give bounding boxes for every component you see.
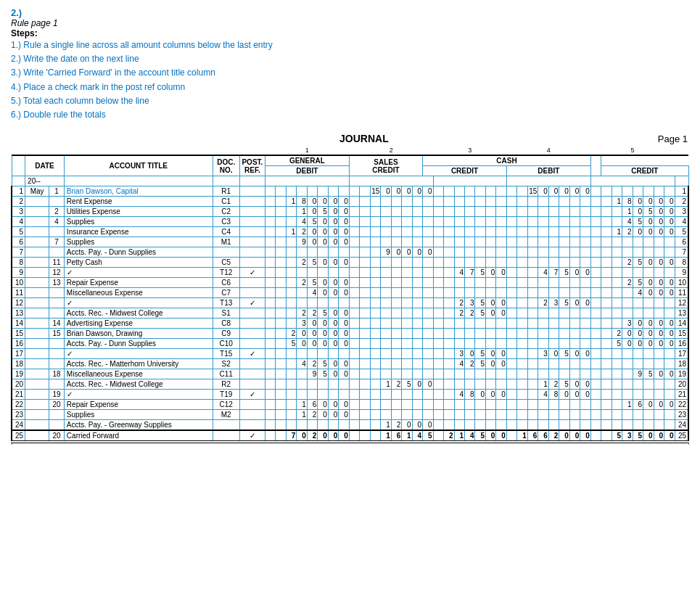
sal-credit-digit — [496, 400, 506, 410]
cash-credit-digit — [622, 410, 633, 420]
row-account: ✓ — [64, 349, 213, 359]
row-doc: C8 — [213, 319, 239, 329]
gen-credit-digit — [423, 359, 433, 369]
gen-credit-digit — [360, 390, 370, 400]
cash-debit-digit — [517, 400, 527, 410]
row-doc: S2 — [213, 359, 239, 369]
cash-debit-digit — [580, 258, 590, 268]
cash-debit-digit — [569, 288, 580, 298]
cash-debit-digit — [517, 197, 527, 207]
row-day: 13 — [49, 278, 65, 288]
table-row: 912✓T12✓47500475009 — [12, 268, 688, 278]
cash-credit-digit — [664, 379, 675, 390]
gen-credit-digit — [349, 197, 359, 207]
gen-debit-digit — [276, 359, 286, 369]
row-month — [25, 288, 49, 298]
cash-credit-digit — [601, 410, 612, 420]
gen-credit-digit — [370, 390, 381, 400]
sal-credit-digit — [444, 288, 454, 298]
sal-credit-digit — [496, 217, 506, 227]
gen-credit-digit — [402, 308, 412, 319]
sal-credit-digit: 0 — [496, 268, 506, 278]
gen-debit-digit — [276, 420, 286, 431]
sal-credit-digit — [485, 369, 495, 379]
sal-credit-digit — [444, 186, 454, 197]
gen-credit-digit — [381, 349, 391, 359]
row-account: Utilities Expense — [64, 207, 213, 217]
cash-credit-digit — [622, 186, 633, 197]
cash-credit-digit — [590, 369, 601, 379]
gen-credit-digit — [381, 258, 391, 268]
gen-credit-digit — [360, 400, 370, 410]
gen-debit-digit — [265, 359, 275, 369]
cash-credit-digit: 0 — [654, 319, 664, 329]
cash-credit-digit: 0 — [654, 369, 664, 379]
row-month — [25, 390, 49, 400]
cash-debit-digit — [506, 258, 516, 268]
row-num-left: 22 — [12, 400, 25, 410]
row-num-right: 10 — [675, 278, 688, 288]
cash-debit-digit — [517, 227, 527, 237]
gen-credit-digit — [370, 339, 381, 349]
row-doc — [213, 420, 239, 431]
gen-debit-digit — [276, 207, 286, 217]
row-post — [239, 369, 265, 379]
gen-debit-digit — [339, 186, 349, 197]
gen-debit-digit: 7 — [286, 430, 296, 442]
row-account: Supplies — [64, 217, 213, 227]
cash-credit-digit — [590, 288, 601, 298]
row-num-left: 18 — [12, 359, 25, 369]
cash-debit-digit — [580, 278, 590, 288]
sal-credit-digit — [485, 186, 495, 197]
gen-debit-digit: 5 — [318, 207, 328, 217]
journal-title: JOURNAL — [70, 133, 658, 144]
cash-credit-digit — [622, 379, 633, 390]
cash-credit-digit — [654, 186, 664, 197]
row-month — [25, 369, 49, 379]
gen-credit-digit — [412, 197, 422, 207]
gen-credit-digit — [423, 278, 433, 288]
gen-credit-digit — [402, 207, 412, 217]
cash-credit-digit: 3 — [622, 430, 633, 442]
gen-debit-digit — [328, 247, 338, 258]
cash-credit-digit — [590, 390, 601, 400]
gen-debit-digit: 5 — [318, 369, 328, 379]
gen-credit-digit — [412, 329, 422, 339]
sal-credit-digit: 5 — [475, 298, 485, 308]
year-row: 20-- — [12, 176, 688, 186]
sal-credit-digit — [496, 379, 506, 390]
sal-credit-digit — [475, 197, 485, 207]
gen-debit-digit — [307, 390, 317, 400]
gen-credit-digit: 0 — [412, 379, 422, 390]
gen-debit-digit: 0 — [297, 339, 307, 349]
gen-credit-digit: 0 — [423, 186, 433, 197]
gen-credit-digit: 0 — [423, 420, 433, 431]
cash-credit-digit — [643, 420, 654, 431]
cash-credit-digit: 5 — [612, 339, 622, 349]
row-num-left: 4 — [12, 217, 25, 227]
row-num-right: 15 — [675, 329, 688, 339]
row-doc: C4 — [213, 227, 239, 237]
cash-credit-digit — [622, 247, 633, 258]
step-item: 1.) Rule a single line across all amount… — [11, 38, 689, 52]
gen-debit-digit — [276, 278, 286, 288]
cash-credit-digit — [633, 237, 643, 247]
cash-debit-digit — [538, 410, 548, 420]
gen-credit-digit — [381, 278, 391, 288]
row-post — [239, 227, 265, 237]
cash-debit-digit — [517, 288, 527, 298]
cash-credit-digit: 0 — [664, 369, 675, 379]
row-day: 14 — [49, 319, 65, 329]
gen-credit-digit — [381, 410, 391, 420]
cash-credit-digit — [643, 308, 654, 319]
gen-credit-digit: 1 — [381, 379, 391, 390]
gen-credit-digit — [423, 258, 433, 268]
gen-credit-digit — [360, 268, 370, 278]
gen-credit-digit — [349, 400, 359, 410]
gen-credit-digit — [370, 319, 381, 329]
table-row: 1013Repair ExpenseC6250002500010 — [12, 278, 688, 288]
gen-debit-digit: 0 — [307, 237, 317, 247]
gen-debit-digit — [265, 288, 275, 298]
main-header-row: DATE ACCOUNT TITLE DOC.NO. POST.REF. GEN… — [12, 155, 688, 166]
row-num-right: 7 — [675, 247, 688, 258]
